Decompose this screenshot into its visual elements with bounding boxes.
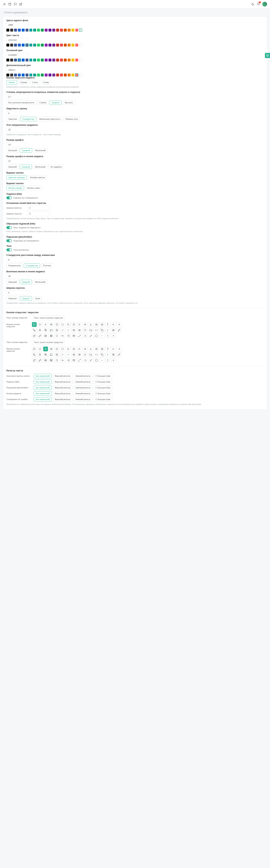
circle-icon-option[interactable] xyxy=(38,347,42,351)
opacity-option[interactable]: Слабое xyxy=(37,100,48,105)
phone-icon-option[interactable] xyxy=(32,328,37,333)
color-swatch[interactable] xyxy=(37,43,40,46)
circle-icon-option[interactable] xyxy=(38,322,42,327)
color-swatch[interactable] xyxy=(64,43,67,46)
btnvar2-option[interactable]: Иконка слева xyxy=(25,186,42,190)
bell-icon-option[interactable] xyxy=(38,352,42,357)
arrow-left-icon-option[interactable] xyxy=(111,322,116,327)
minus-icon-option[interactable] xyxy=(100,358,104,363)
primary_color-input[interactable] xyxy=(6,53,28,58)
opacity-option[interactable]: Без усиления прозрачности xyxy=(6,100,36,105)
close-text-input[interactable] xyxy=(32,340,65,345)
roundness-option[interactable]: Прямые углы xyxy=(63,117,80,121)
color-swatch[interactable] xyxy=(60,29,63,32)
register-option[interactable]: Нижний регистр xyxy=(73,391,93,396)
chevron-right-icon-option[interactable] xyxy=(105,328,110,333)
chat-icon[interactable] xyxy=(14,3,17,6)
square-icon-option[interactable] xyxy=(55,347,59,351)
link-icon-option[interactable] xyxy=(38,334,42,338)
color-swatch[interactable] xyxy=(37,59,40,62)
secondary_color-input[interactable] xyxy=(6,68,28,72)
color-swatch[interactable]: ✓ xyxy=(18,59,21,62)
guide-icon-option[interactable] xyxy=(111,328,116,333)
ratio-input[interactable] xyxy=(28,211,49,216)
avatar[interactable] xyxy=(262,2,267,6)
scroll-option[interactable]: Широкая xyxy=(6,296,19,301)
color-swatch[interactable] xyxy=(75,43,78,46)
register-option[interactable]: Без изменений xyxy=(34,391,52,396)
color-swatch[interactable] xyxy=(68,59,71,62)
x-icon-option[interactable] xyxy=(43,322,48,327)
register-option[interactable]: С больших букв xyxy=(94,397,112,402)
color-swatch[interactable] xyxy=(45,29,47,32)
color-swatch[interactable] xyxy=(56,43,59,46)
color-swatch[interactable] xyxy=(79,73,82,76)
download-icon-option[interactable] xyxy=(89,347,93,351)
fontsize-option[interactable]: Маленький xyxy=(33,148,47,153)
register-option[interactable]: Верхний регистр xyxy=(53,380,72,384)
play-circle-icon-option[interactable] xyxy=(71,352,76,357)
color-swatch[interactable] xyxy=(64,59,67,62)
color-swatch[interactable] xyxy=(29,59,32,62)
stop-circle-icon-option[interactable] xyxy=(77,352,82,357)
more-vertical-icon-option[interactable] xyxy=(105,358,110,363)
copy-icon-option[interactable] xyxy=(100,352,104,357)
layers-icon-option[interactable] xyxy=(43,334,48,338)
roundness-option[interactable]: Округлая xyxy=(6,117,19,121)
spacing-option[interactable]: Плотная xyxy=(41,264,53,268)
iconsize-option[interactable]: Маленький xyxy=(33,280,47,284)
placeholder-switch[interactable] xyxy=(6,239,12,242)
code-icon-option[interactable] xyxy=(94,328,99,333)
square-icon-option[interactable] xyxy=(55,322,59,327)
color-swatch[interactable]: ✓ xyxy=(75,73,78,76)
color-swatch[interactable] xyxy=(68,43,71,46)
plus-icon-option[interactable] xyxy=(111,334,116,338)
arrow-down-circle-icon-option[interactable] xyxy=(100,322,104,327)
cloud-icon-option[interactable] xyxy=(89,352,93,357)
scroll-option[interactable]: Средняя xyxy=(20,296,32,301)
chat-icon-option[interactable] xyxy=(32,322,37,327)
color-swatch[interactable] xyxy=(48,29,52,32)
color-swatch[interactable] xyxy=(14,43,17,46)
chevron-right-icon-option[interactable] xyxy=(105,352,110,357)
layers-icon-option[interactable] xyxy=(43,358,48,363)
color-swatch[interactable] xyxy=(60,59,63,62)
fontsize-option[interactable]: Средний xyxy=(20,148,32,153)
iconsize-input[interactable] xyxy=(6,274,28,279)
loader-icon-option[interactable] xyxy=(55,334,59,338)
download-icon-option[interactable] xyxy=(89,322,93,327)
color-swatch[interactable] xyxy=(26,59,28,62)
plus-circle-icon-option[interactable] xyxy=(94,322,99,327)
list-icon-option[interactable] xyxy=(83,358,88,363)
chevron-down-icon-option[interactable] xyxy=(66,328,71,333)
roundness-input[interactable] xyxy=(6,111,28,116)
spacing-option[interactable]: Разреженная xyxy=(6,264,23,268)
menu-icon-option[interactable] xyxy=(83,322,88,327)
color-swatch[interactable] xyxy=(52,73,55,76)
color-swatch[interactable] xyxy=(10,59,13,62)
octagon-icon-option[interactable] xyxy=(94,358,99,363)
color-swatch[interactable] xyxy=(22,29,25,32)
scroll-option[interactable]: Узкая xyxy=(33,296,42,301)
iconsize-option[interactable]: Средний xyxy=(20,280,32,284)
color-swatch[interactable] xyxy=(10,43,13,46)
menu-icon[interactable] xyxy=(3,3,6,6)
color-swatch[interactable] xyxy=(45,43,47,46)
opacity-option[interactable]: Высокое xyxy=(63,100,75,105)
color-swatch[interactable] xyxy=(56,59,59,62)
stop-circle-icon-option[interactable] xyxy=(77,328,82,333)
check-icon-option[interactable] xyxy=(60,352,65,357)
color-swatch[interactable]: ✓ xyxy=(79,29,82,32)
widgetfont-option[interactable]: Широкий xyxy=(6,165,19,169)
register-option[interactable]: Без изменений xyxy=(34,385,52,390)
color-swatch[interactable] xyxy=(33,43,36,46)
color-swatch[interactable]: ✓ xyxy=(26,43,28,46)
horizontal-icon-option[interactable] xyxy=(60,358,65,363)
color-swatch[interactable] xyxy=(14,73,17,76)
close-btn-option[interactable]: Слева xyxy=(41,80,51,85)
octagon-icon-option[interactable] xyxy=(94,334,99,338)
btnvar2-option[interactable]: Иконка справа xyxy=(6,186,24,190)
link-icon-option[interactable] xyxy=(38,358,42,363)
square-brackets-icon-option[interactable] xyxy=(60,322,65,327)
circle-o-icon-option[interactable] xyxy=(83,352,88,357)
